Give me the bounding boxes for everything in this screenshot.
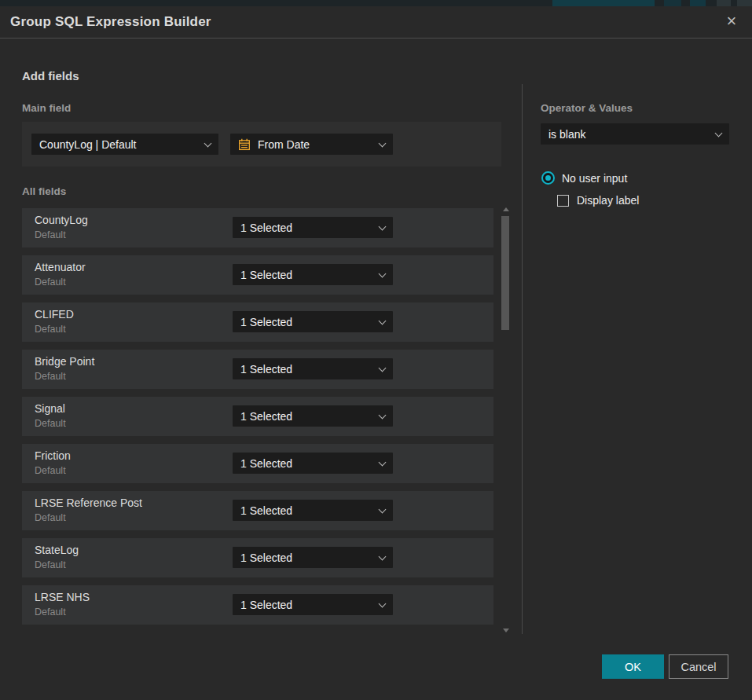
field-row-lrse-nhs[interactable]: LRSE NHS Default 1 Selected: [22, 585, 493, 625]
chevron-down-icon: [379, 222, 387, 230]
scrollbar-thumb[interactable]: [501, 216, 509, 330]
background-fragment: [717, 0, 731, 6]
calendar-icon: [238, 138, 251, 151]
chevron-down-icon: [379, 458, 387, 466]
close-icon[interactable]: ×: [723, 13, 740, 31]
scroll-down-icon[interactable]: [503, 629, 509, 632]
field-selection-dropdown[interactable]: 1 Selected: [233, 311, 393, 332]
ok-button[interactable]: OK: [602, 654, 664, 679]
field-selection-value: 1 Selected: [240, 410, 373, 423]
main-field-dropdown[interactable]: From Date: [230, 134, 393, 155]
chevron-down-icon: [379, 599, 387, 607]
chevron-down-icon: [379, 269, 387, 277]
main-field-label: Main field: [22, 102, 71, 114]
field-row-statelog[interactable]: StateLog Default 1 Selected: [22, 538, 493, 577]
radio-label: No user input: [562, 172, 627, 185]
background-fragment: [690, 0, 706, 6]
background-app-strip: [0, 0, 752, 6]
field-sublabel: Default: [35, 418, 66, 429]
chevron-down-icon: [379, 364, 387, 372]
field-selection-value: 1 Selected: [240, 599, 373, 611]
main-field-panel: CountyLog | Default From Date: [22, 122, 501, 167]
field-selection-value: 1 Selected: [240, 269, 373, 281]
radio-selected-icon: [541, 171, 555, 185]
all-fields-label: All fields: [22, 185, 66, 197]
field-selection-value: 1 Selected: [240, 552, 373, 564]
field-selection-dropdown[interactable]: 1 Selected: [233, 453, 393, 474]
field-name: CountyLog: [35, 214, 88, 226]
field-name: LRSE NHS: [35, 591, 90, 603]
field-row-lrse-reference-post[interactable]: LRSE Reference Post Default 1 Selected: [22, 491, 493, 530]
chevron-down-icon: [379, 317, 387, 324]
field-name: Signal: [35, 402, 65, 415]
chevron-down-icon: [379, 411, 387, 419]
field-selection-dropdown[interactable]: 1 Selected: [233, 217, 393, 238]
field-selection-value: 1 Selected: [240, 457, 373, 470]
cancel-button[interactable]: Cancel: [669, 654, 728, 679]
no-user-input-radio[interactable]: No user input: [541, 171, 627, 185]
field-row-countylog[interactable]: CountyLog Default 1 Selected: [22, 208, 493, 247]
fields-list-scrollbar[interactable]: [500, 206, 512, 632]
field-row-attenuator[interactable]: Attenuator Default 1 Selected: [22, 255, 493, 295]
field-selection-dropdown[interactable]: 1 Selected: [233, 500, 393, 521]
field-name: Friction: [35, 449, 71, 462]
field-row-signal[interactable]: Signal Default 1 Selected: [22, 397, 493, 436]
field-name: Bridge Point: [35, 355, 94, 368]
field-selection-dropdown[interactable]: 1 Selected: [233, 594, 393, 615]
field-name: LRSE Reference Post: [35, 497, 142, 509]
chevron-down-icon: [379, 505, 387, 513]
main-field-dropdown-value: From Date: [258, 138, 373, 151]
field-sublabel: Default: [35, 277, 66, 288]
background-fragment: [664, 0, 681, 6]
field-selection-dropdown[interactable]: 1 Selected: [233, 547, 393, 568]
field-sublabel: Default: [35, 229, 66, 240]
field-row-friction[interactable]: Friction Default 1 Selected: [22, 444, 493, 483]
field-selection-dropdown[interactable]: 1 Selected: [233, 358, 393, 379]
field-selection-value: 1 Selected: [240, 504, 373, 517]
chevron-down-icon: [715, 129, 723, 137]
dialog-title: Group SQL Expression Builder: [10, 14, 211, 30]
field-selection-dropdown[interactable]: 1 Selected: [233, 405, 393, 427]
display-label-checkbox[interactable]: Display label: [557, 194, 639, 207]
panel-divider: [522, 84, 523, 634]
field-name: StateLog: [35, 544, 79, 556]
field-sublabel: Default: [35, 465, 66, 476]
background-fragment: [552, 0, 655, 6]
field-sublabel: Default: [35, 324, 66, 335]
field-row-bridge-point[interactable]: Bridge Point Default 1 Selected: [22, 350, 493, 389]
operator-values-label: Operator & Values: [541, 102, 633, 114]
chevron-down-icon: [379, 139, 387, 147]
scroll-up-icon[interactable]: [503, 207, 509, 211]
field-sublabel: Default: [35, 371, 66, 382]
field-sublabel: Default: [35, 512, 66, 523]
main-layer-dropdown-value: CountyLog | Default: [39, 138, 199, 151]
chevron-down-icon: [379, 552, 387, 560]
dialog-header: Group SQL Expression Builder ×: [0, 6, 752, 38]
checkbox-label: Display label: [577, 194, 639, 207]
all-fields-list: CountyLog Default 1 Selected Attenuator …: [22, 208, 493, 632]
field-selection-value: 1 Selected: [240, 222, 373, 234]
field-selection-value: 1 Selected: [240, 363, 373, 376]
background-fragment: [737, 0, 752, 6]
operator-dropdown[interactable]: is blank: [541, 123, 729, 145]
field-row-clifed[interactable]: CLIFED Default 1 Selected: [22, 302, 493, 342]
chevron-down-icon: [204, 139, 212, 147]
field-name: CLIFED: [35, 308, 74, 321]
field-name: Attenuator: [35, 261, 86, 273]
field-sublabel: Default: [35, 607, 66, 618]
add-fields-heading: Add fields: [22, 69, 79, 82]
main-layer-dropdown[interactable]: CountyLog | Default: [31, 134, 218, 155]
group-sql-expression-builder-dialog: Group SQL Expression Builder × Add field…: [0, 6, 752, 700]
operator-dropdown-value: is blank: [548, 128, 710, 141]
field-sublabel: Default: [35, 559, 66, 570]
checkbox-unchecked-icon: [557, 195, 569, 207]
field-selection-dropdown[interactable]: 1 Selected: [233, 264, 393, 285]
field-selection-value: 1 Selected: [240, 316, 373, 328]
